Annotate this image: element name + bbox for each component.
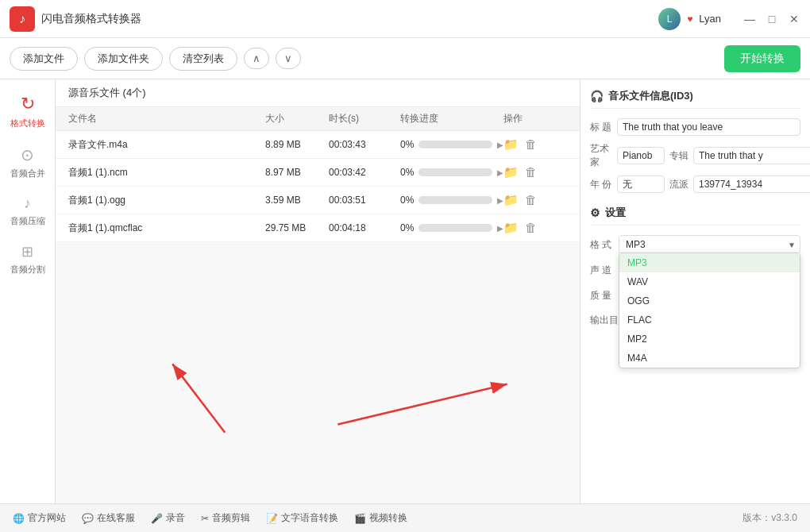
close-button[interactable]: ✕ xyxy=(788,13,800,25)
folder-action-button[interactable]: 📁 xyxy=(503,193,519,207)
table-header: 文件名 大小 时长(s) 转换进度 操作 xyxy=(56,107,580,131)
dropdown-item-m4a[interactable]: M4A xyxy=(619,349,800,368)
add-folder-button[interactable]: 添加文件夹 xyxy=(84,47,163,71)
dropdown-item-wav[interactable]: WAV xyxy=(619,272,800,291)
artist-field-label: 艺术家 xyxy=(590,142,612,169)
artist-field-input[interactable] xyxy=(617,147,665,164)
table-row: 音频1 (1).ogg 3.59 MB 00:03:51 0% ▶ 📁 🗑 xyxy=(56,187,580,214)
bottom-website-link[interactable]: 🌐 官方网站 xyxy=(13,511,66,525)
progress-bar xyxy=(418,168,492,176)
dropdown-item-flac[interactable]: FLAC xyxy=(619,310,800,330)
edit-label: 音频剪辑 xyxy=(212,511,250,525)
video-icon: 🎬 xyxy=(354,513,366,524)
year-field-input[interactable] xyxy=(617,175,665,193)
title-bar-right: L ♥ Lyan — □ ✕ xyxy=(658,8,800,30)
user-name: Lyan xyxy=(699,13,721,25)
add-file-button[interactable]: 添加文件 xyxy=(10,47,78,71)
progress-text: 0% xyxy=(400,195,414,206)
settings-section-title: ⚙ 设置 xyxy=(590,206,800,226)
record-label: 录音 xyxy=(166,511,185,525)
title-bar: ♪ 闪电音频格式转换器 L ♥ Lyan — □ ✕ xyxy=(0,0,810,38)
clear-list-button[interactable]: 清空列表 xyxy=(169,47,237,71)
sidebar-item-merge[interactable]: ⊙ 音频合并 xyxy=(0,137,55,187)
bottom-tts-link[interactable]: 📝 文字语音转换 xyxy=(266,511,338,525)
file-duration: 00:03:51 xyxy=(329,195,400,206)
progress-arrow[interactable]: ▶ xyxy=(497,168,503,177)
channel-field-label: 声 道 xyxy=(590,264,612,277)
start-convert-button[interactable]: 开始转换 xyxy=(724,45,800,72)
sidebar-item-compress[interactable]: ♪ 音频压缩 xyxy=(0,187,55,235)
folder-action-button[interactable]: 📁 xyxy=(503,221,519,235)
main-layout: ↻ 格式转换 ⊙ 音频合并 ♪ 音频压缩 ⊞ 音频分割 源音乐文件 (4个) 文… xyxy=(0,79,810,503)
bottom-record-link[interactable]: 🎤 录音 xyxy=(151,511,185,525)
bottom-edit-link[interactable]: ✂ 音频剪辑 xyxy=(201,511,250,525)
action-buttons: 📁 🗑 xyxy=(503,221,567,235)
sidebar-item-format[interactable]: ↻ 格式转换 xyxy=(0,86,55,137)
title-row: 标 题 xyxy=(590,118,800,136)
format-dropdown-list: MP3 WAV OGG FLAC MP2 M4A xyxy=(619,253,800,368)
progress-wrap: 0% ▶ xyxy=(400,139,503,150)
file-list-header: 源音乐文件 (4个) xyxy=(56,79,580,107)
service-icon: 💬 xyxy=(82,513,94,524)
delete-action-button[interactable]: 🗑 xyxy=(525,221,537,235)
year-row: 年 份 流派 xyxy=(590,175,800,193)
format-select[interactable]: MP3 WAV OGG FLAC MP2 M4A xyxy=(619,235,800,254)
progress-text: 0% xyxy=(400,167,414,178)
dropdown-item-ogg[interactable]: OGG xyxy=(619,291,800,310)
file-table-body: 录音文件.m4a 8.89 MB 00:03:43 0% ▶ 📁 🗑 音频1 (… xyxy=(56,131,580,242)
delete-action-button[interactable]: 🗑 xyxy=(525,165,537,179)
compress-icon: ♪ xyxy=(24,195,31,212)
artist-row: 艺术家 专辑 xyxy=(590,142,800,169)
tts-label: 文字语音转换 xyxy=(281,511,338,525)
bottom-service-link[interactable]: 💬 在线客服 xyxy=(82,511,135,525)
sidebar-item-label-merge: 音频合并 xyxy=(10,168,45,179)
folder-action-button[interactable]: 📁 xyxy=(503,165,519,179)
video-label: 视频转换 xyxy=(369,511,407,525)
service-label: 在线客服 xyxy=(97,511,135,525)
id3-section-title: 🎧 音乐文件信息(ID3) xyxy=(590,89,800,109)
file-size: 3.59 MB xyxy=(265,195,329,206)
edit-icon: ✂ xyxy=(201,513,209,524)
right-panel: 🎧 音乐文件信息(ID3) 标 题 艺术家 专辑 年 份 流派 ⚙ 设置 xyxy=(580,79,810,503)
sidebar: ↻ 格式转换 ⊙ 音频合并 ♪ 音频压缩 ⊞ 音频分割 xyxy=(0,79,56,503)
dropdown-item-mp2[interactable]: MP2 xyxy=(619,330,800,349)
format-field-label: 格 式 xyxy=(590,238,612,252)
file-duration: 00:03:42 xyxy=(329,167,400,178)
app-title: 闪电音频格式转换器 xyxy=(41,12,658,26)
bottom-bar: 🌐 官方网站 💬 在线客服 🎤 录音 ✂ 音频剪辑 📝 文字语音转换 🎬 视频转… xyxy=(0,503,810,532)
svg-line-3 xyxy=(338,384,507,425)
progress-arrow[interactable]: ▶ xyxy=(497,141,503,149)
col-duration: 时长(s) xyxy=(329,112,400,125)
format-select-wrap: MP3 WAV OGG FLAC MP2 M4A ▼ MP3 WAV OGG xyxy=(619,235,800,254)
table-row: 音频1 (1).qmcflac 29.75 MB 00:04:18 0% ▶ 📁… xyxy=(56,214,580,242)
progress-arrow[interactable]: ▶ xyxy=(497,224,503,233)
bottom-video-link[interactable]: 🎬 视频转换 xyxy=(354,511,407,525)
settings-section: ⚙ 设置 格 式 MP3 WAV OGG FLAC MP2 M4A ▼ xyxy=(590,206,800,329)
file-name: 音频1 (1).qmcflac xyxy=(68,222,265,235)
progress-wrap: 0% ▶ xyxy=(400,222,503,233)
move-up-button[interactable]: ∧ xyxy=(244,48,269,69)
move-down-button[interactable]: ∨ xyxy=(276,48,301,69)
delete-action-button[interactable]: 🗑 xyxy=(525,193,537,207)
file-duration: 00:04:18 xyxy=(329,222,400,233)
progress-text: 0% xyxy=(400,139,414,150)
action-buttons: 📁 🗑 xyxy=(503,193,567,207)
sidebar-item-label-split: 音频分割 xyxy=(10,264,45,276)
col-filename: 文件名 xyxy=(68,112,265,125)
genre-field-input[interactable] xyxy=(693,175,810,193)
progress-arrow[interactable]: ▶ xyxy=(497,196,503,205)
sidebar-item-split[interactable]: ⊞ 音频分割 xyxy=(0,235,55,283)
col-progress: 转换进度 xyxy=(400,112,503,125)
website-label: 官方网站 xyxy=(28,511,66,525)
id3-label: 音乐文件信息(ID3) xyxy=(608,89,693,103)
table-row: 音频1 (1).ncm 8.97 MB 00:03:42 0% ▶ 📁 🗑 xyxy=(56,159,580,187)
delete-action-button[interactable]: 🗑 xyxy=(525,137,537,152)
dropdown-item-mp3[interactable]: MP3 xyxy=(619,253,800,272)
folder-action-button[interactable]: 📁 xyxy=(503,137,519,152)
minimize-button[interactable]: — xyxy=(743,13,756,25)
toolbar: 添加文件 添加文件夹 清空列表 ∧ ∨ 开始转换 xyxy=(0,38,810,79)
maximize-button[interactable]: □ xyxy=(766,13,778,25)
album-field-input[interactable] xyxy=(693,147,810,164)
progress-bar xyxy=(418,196,492,204)
title-field-input[interactable] xyxy=(617,118,800,136)
